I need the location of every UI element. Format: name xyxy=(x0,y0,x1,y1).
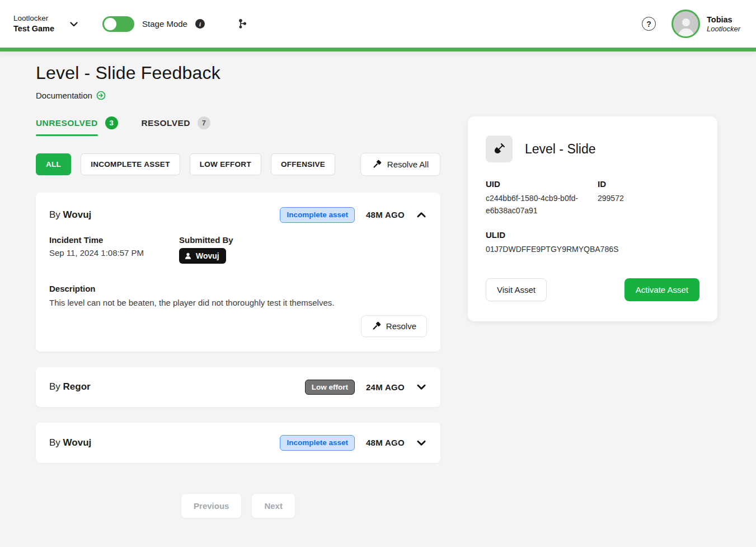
tabs: UNRESOLVED 3 RESOLVED 7 xyxy=(36,116,440,129)
ulid-block: ULID 01J7DWDFFE9PTGY9RMYQBA786S xyxy=(486,230,699,256)
resolve-all-label: Resolve All xyxy=(387,160,429,169)
feedback-header-right: Incomplete asset 48M AGO xyxy=(280,435,427,451)
feedback-author: By Wovuj xyxy=(49,209,91,221)
tab-unresolved[interactable]: UNRESOLVED 3 xyxy=(36,116,118,129)
tab-unresolved-label: UNRESOLVED xyxy=(36,118,98,128)
feedback-header-right: Incomplete asset 48M AGO xyxy=(280,207,427,223)
submitted-by-chip[interactable]: Wovuj xyxy=(179,248,226,264)
category-badge: Incomplete asset xyxy=(280,435,355,451)
previous-button[interactable]: Previous xyxy=(181,493,242,518)
feedback-author: By Wovuj xyxy=(49,437,91,448)
chevron-down-icon xyxy=(69,19,79,29)
uid-block: UID c244bb6f-1580-4cb9-b0fd-e6b38ac07a91 xyxy=(486,179,598,217)
shovel-icon xyxy=(492,142,506,156)
feedback-card-header[interactable]: By Regor Low effort 24M AGO xyxy=(49,380,427,395)
toggle-knob xyxy=(104,18,116,30)
description-text: This level can not be beaten, the player… xyxy=(49,298,427,307)
submitted-by-label: Submitted By xyxy=(179,235,233,245)
gavel-icon xyxy=(372,321,381,331)
user-info: Tobias Lootlocker xyxy=(707,15,740,34)
time-ago: 48M AGO xyxy=(366,438,405,447)
feedback-header-right: Low effort 24M AGO xyxy=(305,380,427,395)
category-badge: Low effort xyxy=(305,380,355,395)
id-value: 299572 xyxy=(598,193,624,205)
feedback-author: By Regor xyxy=(49,381,91,392)
feedback-card-header: By Wovuj Incomplete asset 48M AGO xyxy=(49,207,427,223)
game-selector[interactable]: Lootlocker Test Game xyxy=(13,13,79,35)
pagination: Previous Next xyxy=(36,493,440,518)
category-badge: Incomplete asset xyxy=(280,207,355,223)
next-button[interactable]: Next xyxy=(251,493,295,518)
top-bar-right: ? Tobias Lootlocker xyxy=(642,10,740,38)
collapse-card-button[interactable] xyxy=(416,209,427,221)
activate-asset-button[interactable]: Activate Asset xyxy=(624,278,699,301)
user-menu[interactable]: Tobias Lootlocker xyxy=(672,10,740,38)
help-icon[interactable]: ? xyxy=(642,17,656,31)
resolve-button[interactable]: Resolve xyxy=(361,315,427,337)
visit-asset-button[interactable]: Visit Asset xyxy=(486,278,547,301)
avatar xyxy=(672,10,700,38)
top-bar: Lootlocker Test Game Stage Mode i ? xyxy=(0,0,756,48)
asset-icon-box xyxy=(486,135,513,162)
user-org: Lootlocker xyxy=(707,25,740,33)
uid-value: c244bb6f-1580-4cb9-b0fd-e6b38ac07a91 xyxy=(486,193,598,217)
org-name: Lootlocker xyxy=(13,13,54,24)
filter-all-button[interactable]: ALL xyxy=(36,153,71,175)
asset-column: Level - Slide UID c244bb6f-1580-4cb9-b0f… xyxy=(468,116,717,321)
feedback-card: By Wovuj Incomplete asset 48M AGO xyxy=(36,423,440,463)
documentation-link[interactable]: Documentation xyxy=(36,91,106,100)
stage-mode-control: Stage Mode i xyxy=(102,16,205,32)
ulid-value: 01J7DWDFFE9PTGY9RMYQBA786S xyxy=(486,244,699,256)
info-icon[interactable]: i xyxy=(195,19,205,29)
feedback-card: By Regor Low effort 24M AGO xyxy=(36,367,440,408)
incident-time-value: Sep 11, 2024 1:08:57 PM xyxy=(49,248,179,258)
header-accent-bar xyxy=(0,48,756,52)
documentation-label: Documentation xyxy=(36,91,92,100)
stage-mode-toggle[interactable] xyxy=(102,16,134,32)
resolved-count-badge: 7 xyxy=(198,116,210,129)
description-block: Description This level can not be beaten… xyxy=(49,284,427,307)
page: Level - Slide Feedback Documentation UNR… xyxy=(0,52,756,541)
asset-actions: Visit Asset Activate Asset xyxy=(486,278,699,301)
page-title: Level - Slide Feedback xyxy=(36,63,720,83)
time-ago: 24M AGO xyxy=(366,382,405,392)
incident-time-block: Incident Time Sep 11, 2024 1:08:57 PM xyxy=(49,235,179,264)
asset-panel: Level - Slide UID c244bb6f-1580-4cb9-b0f… xyxy=(468,116,717,321)
tab-resolved[interactable]: RESOLVED 7 xyxy=(142,116,210,129)
submitted-by-name: Wovuj xyxy=(196,251,219,260)
ulid-label: ULID xyxy=(486,230,699,240)
time-ago: 48M AGO xyxy=(366,210,405,219)
git-branch-icon[interactable] xyxy=(237,18,248,29)
user-name: Tobias xyxy=(707,15,740,25)
asset-title: Level - Slide xyxy=(525,142,596,157)
person-icon xyxy=(184,252,192,260)
asset-header: Level - Slide xyxy=(486,135,699,162)
expand-card-button[interactable] xyxy=(416,437,427,448)
tab-resolved-label: RESOLVED xyxy=(142,118,190,128)
resolve-label: Resolve xyxy=(386,321,416,331)
incident-time-label: Incident Time xyxy=(49,235,179,245)
submitted-by-block: Submitted By Wovuj xyxy=(179,235,233,264)
feedback-card-header[interactable]: By Wovuj Incomplete asset 48M AGO xyxy=(49,435,427,451)
expand-card-button[interactable] xyxy=(416,381,427,392)
filter-row: ALL INCOMPLETE ASSET LOW EFFORT OFFENSIV… xyxy=(36,153,440,176)
id-block: ID 299572 xyxy=(598,179,624,217)
description-label: Description xyxy=(49,284,427,293)
unresolved-count-badge: 3 xyxy=(105,116,118,129)
uid-label: UID xyxy=(486,179,598,189)
resolve-all-button[interactable]: Resolve All xyxy=(360,153,440,176)
filter-incomplete-asset-button[interactable]: INCOMPLETE ASSET xyxy=(81,153,180,175)
feedback-column: UNRESOLVED 3 RESOLVED 7 ALL INCOMPLETE A… xyxy=(36,116,440,518)
id-label: ID xyxy=(598,179,624,189)
feedback-card: By Wovuj Incomplete asset 48M AGO Incide… xyxy=(36,193,440,352)
game-selector-labels: Lootlocker Test Game xyxy=(13,13,54,35)
feedback-meta: Incident Time Sep 11, 2024 1:08:57 PM Su… xyxy=(49,235,427,264)
filter-offensive-button[interactable]: OFFENSIVE xyxy=(271,153,335,175)
asset-ids: UID c244bb6f-1580-4cb9-b0fd-e6b38ac07a91… xyxy=(486,179,699,217)
arrow-right-circle-icon xyxy=(96,91,106,100)
filter-low-effort-button[interactable]: LOW EFFORT xyxy=(190,153,261,175)
stage-mode-label: Stage Mode xyxy=(142,19,187,29)
gavel-icon xyxy=(372,160,382,169)
game-name: Test Game xyxy=(13,24,54,35)
